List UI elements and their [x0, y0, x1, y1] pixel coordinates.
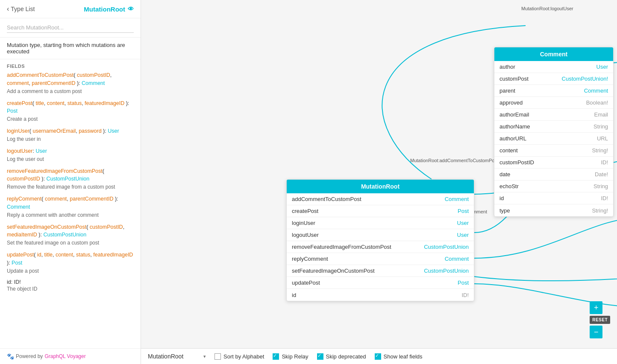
sidebar-footer: 🐾 Powered by GraphQL Voyager: [0, 348, 141, 364]
table-row[interactable]: authorNameString: [494, 121, 613, 133]
footer-text: Powered by: [16, 353, 43, 359]
chevron-left-icon: ‹: [7, 5, 9, 13]
zoom-in-button[interactable]: +: [590, 301, 602, 314]
table-row[interactable]: removeFeaturedImageFromCustomPostCustomP…: [287, 241, 474, 253]
table-row[interactable]: updatePostPost: [287, 277, 474, 289]
paw-icon: 🐾: [7, 353, 14, 360]
sidebar-field-id[interactable]: id: ID!The object ID: [7, 279, 134, 292]
sidebar-field-removeFeaturedImageFromCustomPost[interactable]: removeFeaturedImageFromCustomPost( custo…: [7, 167, 134, 190]
unchecked-icon: [214, 353, 221, 360]
table-row[interactable]: createPostPost: [287, 205, 474, 217]
table-row[interactable]: idID!: [494, 192, 613, 204]
sidebar-field-createPost[interactable]: createPost( title, content, status, feat…: [7, 99, 134, 122]
checkbox-sort-alphabet[interactable]: Sort by Alphabet: [214, 353, 264, 360]
comment-rows: authorUsercustomPostCustomPostUnion!pare…: [494, 61, 613, 216]
toolbar-title: MutationRoot: [148, 353, 199, 360]
table-row[interactable]: customPostIDID!: [494, 157, 613, 169]
toolbar-checkboxes: Sort by AlphabetSkip RelaySkip deprecate…: [214, 353, 423, 360]
table-row[interactable]: approvedBoolean!: [494, 97, 613, 109]
checked-icon: [317, 353, 323, 360]
label-addcomment: MutationRoot:addCommentToCustomPost: [410, 158, 498, 163]
sidebar-field-logoutUser[interactable]: logoutUser: UserLog the user out: [7, 147, 134, 162]
table-row[interactable]: idID!: [287, 289, 474, 301]
table-row[interactable]: parentComment: [494, 85, 613, 97]
table-row[interactable]: addCommentToCustomPostComment: [287, 193, 474, 205]
table-row[interactable]: authorURLURL: [494, 133, 613, 145]
type-title: MutationRoot 👁: [84, 6, 134, 13]
table-row[interactable]: typeString!: [494, 204, 613, 216]
zoom-out-button[interactable]: −: [590, 326, 602, 338]
sidebar-description: Mutation type, starting from which mutat…: [0, 38, 141, 59]
table-row[interactable]: setFeaturedImageOnCustomPostCustomPostUn…: [287, 265, 474, 277]
mutation-root-node: MutationRoot addCommentToCustomPostComme…: [286, 179, 474, 301]
dropdown-icon[interactable]: ▾: [203, 354, 206, 359]
bottom-toolbar: MutationRoot ▾ Sort by AlphabetSkip Rela…: [141, 348, 617, 364]
checked-icon: [375, 353, 381, 360]
comment-header: Comment: [494, 47, 613, 61]
search-input[interactable]: [7, 23, 134, 33]
type-title-text: MutationRoot: [84, 6, 125, 13]
checkbox-skip-deprecated[interactable]: Skip deprecated: [317, 353, 366, 360]
sidebar-field-updatePost[interactable]: updatePost( id, title, content, status, …: [7, 251, 134, 274]
checkbox-skip-relay[interactable]: Skip Relay: [273, 353, 308, 360]
reset-button[interactable]: RESET: [590, 316, 610, 324]
sidebar-field-setFeaturedImageOnCustomPost[interactable]: setFeaturedImageOnCustomPost( customPost…: [7, 223, 134, 246]
table-row[interactable]: authorUser: [494, 61, 613, 73]
table-row[interactable]: loginUserUser: [287, 217, 474, 229]
main-canvas: MutationRoot:logoutUser MutationRoot:add…: [141, 0, 617, 364]
sidebar-field-loginUser[interactable]: loginUser( usernameOrEmail, password ): …: [7, 127, 134, 142]
sidebar: ‹ Type List MutationRoot 👁 Mutation type…: [0, 0, 141, 364]
sidebar-field-replyComment[interactable]: replyComment( comment, parentCommentID )…: [7, 195, 134, 218]
eye-icon[interactable]: 👁: [128, 6, 134, 12]
table-row[interactable]: dateDate!: [494, 169, 613, 181]
table-row[interactable]: replyCommentComment: [287, 253, 474, 265]
table-row[interactable]: echoStrString: [494, 181, 613, 192]
checked-icon: [273, 353, 279, 360]
sidebar-header: ‹ Type List MutationRoot 👁: [0, 0, 141, 18]
table-row[interactable]: contentString!: [494, 145, 613, 157]
sidebar-field-addCommentToCustomPost[interactable]: addCommentToCustomPost( customPostID, co…: [7, 71, 134, 94]
back-label: Type List: [11, 6, 35, 12]
fields-label: FIELDS: [0, 59, 141, 71]
checkbox-show-leaf[interactable]: Show leaf fields: [375, 353, 423, 360]
comment-node: Comment authorUsercustomPostCustomPostUn…: [494, 47, 614, 217]
sidebar-fields: addCommentToCustomPost( customPostID, co…: [0, 71, 141, 348]
table-row[interactable]: customPostCustomPostUnion!: [494, 73, 613, 85]
graphql-voyager-link[interactable]: GraphQL Voyager: [44, 353, 85, 359]
label-logoutuser: MutationRoot:logoutUser: [521, 6, 573, 11]
right-controls: + RESET −: [590, 301, 610, 338]
table-row[interactable]: logoutUserUser: [287, 229, 474, 241]
mutation-root-rows: addCommentToCustomPostCommentcreatePostP…: [287, 193, 474, 301]
back-link[interactable]: ‹ Type List: [7, 5, 35, 13]
table-row[interactable]: authorEmailEmail: [494, 109, 613, 121]
mutation-root-header: MutationRoot: [287, 180, 474, 193]
sidebar-search: [0, 18, 141, 38]
